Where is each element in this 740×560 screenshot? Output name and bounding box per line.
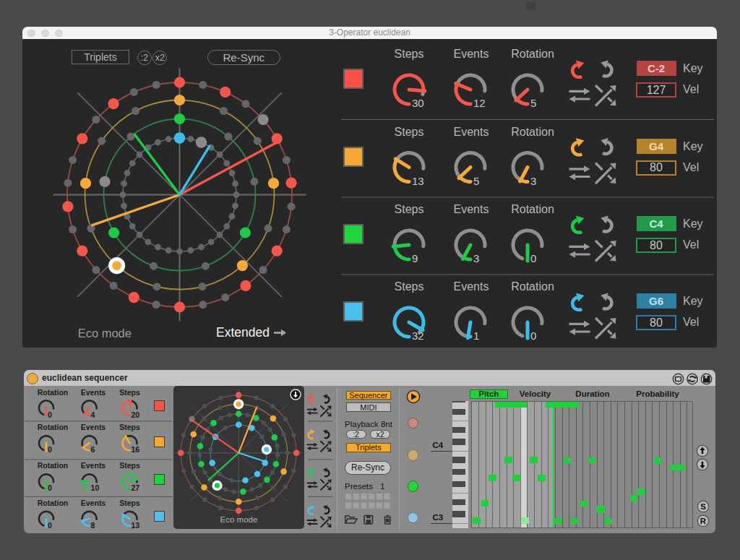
svg-text:R: R [700, 517, 706, 525]
svg-text:S: S [700, 502, 706, 511]
